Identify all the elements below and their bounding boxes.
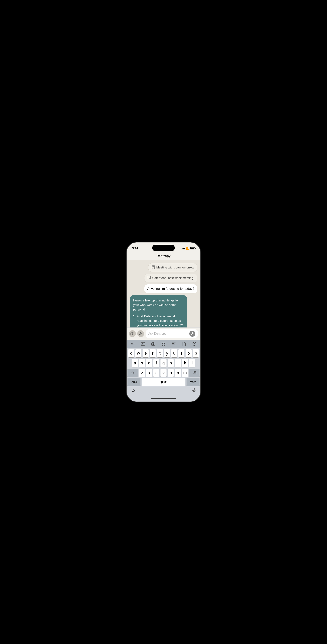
key-t[interactable]: t <box>157 349 163 358</box>
wifi-icon: 📶 <box>186 247 189 250</box>
item-content: Find Caterer - I recommend reaching out … <box>137 314 184 328</box>
emoji-key[interactable]: ☺ <box>131 388 136 393</box>
key-a[interactable]: a <box>132 359 138 367</box>
return-key[interactable]: return <box>186 378 200 386</box>
key-l[interactable]: l <box>189 359 195 367</box>
key-c[interactable]: c <box>153 369 159 377</box>
svg-rect-6 <box>164 342 165 344</box>
keyboard-footer: ☺ <box>127 387 200 395</box>
svg-rect-2 <box>141 342 145 346</box>
key-s[interactable]: s <box>139 359 145 367</box>
key-b[interactable]: b <box>168 369 174 377</box>
keyboard-bottom-row: ABC space return <box>127 378 200 387</box>
ai-intro-text: Here's a few top of mind things for your… <box>133 298 184 312</box>
keyboard-key-rows: q w e r t y u i o p a s d f g <box>127 348 200 378</box>
circle-arrow-toolbar-btn[interactable] <box>191 340 198 347</box>
key-row-2: a s d f g h j k l <box>128 359 200 367</box>
abc-label: ABC <box>132 380 136 384</box>
shift-key[interactable] <box>128 369 138 377</box>
key-v[interactable]: v <box>160 369 166 377</box>
key-y[interactable]: y <box>164 349 170 358</box>
file-toolbar-btn[interactable] <box>181 340 188 347</box>
key-row-3: z x c v b n m <box>128 369 200 377</box>
key-d[interactable]: d <box>146 359 152 367</box>
ai-response-bubble: Here's a few top of mind things for your… <box>130 295 187 328</box>
key-m[interactable]: m <box>182 369 188 377</box>
svg-point-3 <box>142 343 142 344</box>
key-u[interactable]: u <box>171 349 177 358</box>
svg-rect-8 <box>164 344 165 346</box>
image-toolbar-btn[interactable] <box>140 340 146 347</box>
battery-icon <box>190 247 195 250</box>
return-label: return <box>190 380 196 384</box>
item-bold-text: Find Caterer <box>137 315 154 318</box>
key-w[interactable]: w <box>136 349 142 358</box>
key-q[interactable]: q <box>128 349 134 358</box>
signal-bars-icon <box>182 247 185 250</box>
key-j[interactable]: j <box>175 359 181 367</box>
aa-label: Aa <box>131 342 134 346</box>
reminder-text-2: Cater food. next week meeting. <box>152 276 194 280</box>
abc-key[interactable]: ABC <box>128 378 140 386</box>
chat-area[interactable]: Meeting with Joan tomorrow Cater food. n… <box>127 260 200 328</box>
space-key[interactable]: space <box>142 378 185 386</box>
camera-button[interactable] <box>129 330 136 337</box>
key-row-1: q w e r t y u i o p <box>128 349 200 358</box>
user-message-bubble: Anything I'm forgetting for today? <box>144 284 197 293</box>
item-number: 1. <box>133 314 136 328</box>
scan-toolbar-btn[interactable] <box>160 340 167 347</box>
voice-input-button[interactable] <box>189 331 195 337</box>
nav-title: Dentropy <box>156 254 171 258</box>
text-input-field[interactable]: Ask Dentropy <box>146 329 198 338</box>
format-toolbar-btn[interactable] <box>170 340 177 347</box>
svg-rect-7 <box>162 344 163 346</box>
ai-list-item-1: 1. Find Caterer - I recommend reaching o… <box>133 314 184 328</box>
keyboard-toolbar: Aa <box>127 340 200 348</box>
key-o[interactable]: o <box>186 349 192 358</box>
svg-point-0 <box>132 333 133 334</box>
phone-screen: 9:41 📶 Dentropy <box>127 242 200 402</box>
user-message-text: Anything I'm forgetting for today? <box>147 287 194 290</box>
svg-point-4 <box>152 344 154 344</box>
delete-key[interactable] <box>189 369 200 377</box>
key-h[interactable]: h <box>168 359 174 367</box>
input-placeholder-text: Ask Dentropy <box>148 332 166 336</box>
status-time: 9:41 <box>132 246 138 250</box>
svg-rect-10 <box>193 388 194 390</box>
input-bar: Ask Dentropy <box>127 328 200 340</box>
key-k[interactable]: k <box>182 359 188 367</box>
bookmark-icon-1 <box>152 265 155 270</box>
camera-toolbar-btn[interactable] <box>150 340 156 347</box>
key-z[interactable]: z <box>139 369 145 377</box>
nav-bar: Dentropy <box>127 252 200 260</box>
keyboard: Aa <box>127 340 200 402</box>
svg-rect-5 <box>162 342 163 344</box>
space-label: space <box>160 380 167 384</box>
reminder-chip-1: Meeting with Joan tomorrow <box>148 263 197 272</box>
microphone-key[interactable] <box>192 388 196 394</box>
home-bar <box>151 398 176 399</box>
reminder-chip-2: Cater food. next week meeting. <box>144 274 197 282</box>
bookmark-icon-2 <box>148 276 151 280</box>
status-icons: 📶 <box>182 247 195 250</box>
key-n[interactable]: n <box>175 369 181 377</box>
phone-frame: 9:41 📶 Dentropy <box>127 242 200 402</box>
key-f[interactable]: f <box>153 359 159 367</box>
key-e[interactable]: e <box>142 349 148 358</box>
svg-rect-1 <box>192 332 193 334</box>
key-x[interactable]: x <box>146 369 152 377</box>
key-g[interactable]: g <box>160 359 166 367</box>
key-i[interactable]: i <box>178 349 184 358</box>
status-bar: 9:41 📶 <box>127 242 200 252</box>
dynamic-island <box>152 245 175 251</box>
key-p[interactable]: p <box>193 349 199 358</box>
key-r[interactable]: r <box>150 349 156 358</box>
appstore-button[interactable] <box>137 330 144 337</box>
home-indicator <box>127 395 200 402</box>
reminder-text-1: Meeting with Joan tomorrow <box>156 266 194 269</box>
font-size-toolbar-btn[interactable]: Aa <box>129 340 136 347</box>
